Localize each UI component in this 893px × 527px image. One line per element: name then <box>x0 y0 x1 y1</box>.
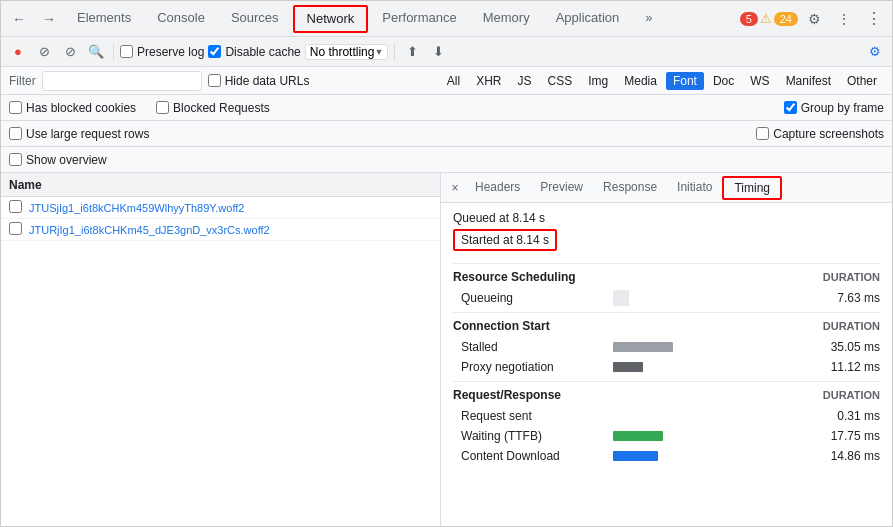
options-row-1: Has blocked cookies Blocked Requests Gro… <box>1 95 892 121</box>
content-download-bar-fill <box>613 451 658 461</box>
filter-chip-img[interactable]: Img <box>581 72 615 90</box>
settings-icon[interactable]: ⚙ <box>800 5 828 33</box>
show-overview-checkbox[interactable] <box>9 153 22 166</box>
filter-chip-other[interactable]: Other <box>840 72 884 90</box>
use-large-rows-checkbox[interactable] <box>9 127 22 140</box>
devtools-icon[interactable]: ⚙ <box>864 41 886 63</box>
has-blocked-cookies-label[interactable]: Has blocked cookies <box>9 101 136 115</box>
filter-chip-doc[interactable]: Doc <box>706 72 741 90</box>
request-sent-label: Request sent <box>453 409 613 423</box>
stop-icon[interactable]: ⊘ <box>33 41 55 63</box>
stalled-bar-fill <box>613 342 673 352</box>
sub-tab-initiator[interactable]: Initiato <box>667 173 722 203</box>
timing-row-proxy: Proxy negotiation 11.12 ms <box>453 357 880 377</box>
timing-row-content-download: Content Download 14.86 ms <box>453 446 880 466</box>
settings-btn[interactable]: ⚙ <box>864 41 886 63</box>
more-icon[interactable]: ⋮ <box>830 5 858 33</box>
tab-more[interactable]: » <box>633 1 664 37</box>
sub-tab-headers[interactable]: Headers <box>465 173 530 203</box>
item-checkbox-1 <box>9 222 29 238</box>
sub-tab-preview[interactable]: Preview <box>530 173 593 203</box>
filter-input[interactable] <box>42 71 202 91</box>
stalled-bar <box>613 342 810 352</box>
has-blocked-cookies-checkbox[interactable] <box>9 101 22 114</box>
sub-tab-response[interactable]: Response <box>593 173 667 203</box>
export-icon[interactable]: ⬆ <box>401 41 423 63</box>
filter-chip-ws[interactable]: WS <box>743 72 776 90</box>
item-check-1[interactable] <box>9 222 22 235</box>
filter-icon[interactable]: ⊘ <box>59 41 81 63</box>
main-content: Name JTUSjIg1_i6t8kCHKm459WlhyyTh89Y.wof… <box>1 173 892 527</box>
disable-cache-checkbox[interactable] <box>208 45 221 58</box>
preserve-log-checkbox[interactable] <box>120 45 133 58</box>
forward-icon[interactable]: → <box>35 5 63 33</box>
filter-chip-manifest[interactable]: Manifest <box>779 72 838 90</box>
tab-memory[interactable]: Memory <box>471 1 542 37</box>
tab-application[interactable]: Application <box>544 1 632 37</box>
started-box: Started at 8.14 s <box>453 229 557 251</box>
filter-chip-font[interactable]: Font <box>666 72 704 90</box>
network-item-1[interactable]: JTURjIg1_i6t8kCHKm45_dJE3gnD_vx3rCs.woff… <box>1 219 440 241</box>
resource-scheduling-title: Resource Scheduling <box>453 270 576 284</box>
has-blocked-cookies-text: Has blocked cookies <box>26 101 136 115</box>
network-item-0[interactable]: JTUSjIg1_i6t8kCHKm459WlhyyTh89Y.woff2 <box>1 197 440 219</box>
ttfb-bar-fill <box>613 431 663 441</box>
connection-start-duration-header: DURATION <box>823 320 880 332</box>
item-check-0[interactable] <box>9 200 22 213</box>
use-large-rows-label[interactable]: Use large request rows <box>9 127 149 141</box>
tab-sources[interactable]: Sources <box>219 1 291 37</box>
resource-scheduling-duration-header: DURATION <box>823 271 880 283</box>
group-by-frame-checkbox[interactable] <box>784 101 797 114</box>
queueing-bar <box>613 293 810 303</box>
filter-chip-js[interactable]: JS <box>511 72 539 90</box>
show-overview-label[interactable]: Show overview <box>9 153 107 167</box>
tab-elements[interactable]: Elements <box>65 1 143 37</box>
right-panel: × Headers Preview Response Initiato Timi… <box>441 173 892 527</box>
resource-scheduling-header: Resource Scheduling DURATION <box>453 263 880 288</box>
request-response-title: Request/Response <box>453 388 561 402</box>
filter-chip-xhr[interactable]: XHR <box>469 72 508 90</box>
throttle-wrapper: No throttling ▼ <box>305 44 389 60</box>
errors-badge: 5 <box>740 12 758 26</box>
list-header: Name <box>1 173 440 197</box>
search-icon[interactable]: 🔍 <box>85 41 107 63</box>
import-icon[interactable]: ⬇ <box>427 41 449 63</box>
filter-chip-css[interactable]: CSS <box>541 72 580 90</box>
proxy-bar <box>613 362 810 372</box>
queueing-duration: 7.63 ms <box>810 291 880 305</box>
item-name-1: JTURjIg1_i6t8kCHKm45_dJE3gnD_vx3rCs.woff… <box>29 224 432 236</box>
left-panel: Name JTUSjIg1_i6t8kCHKm459WlhyyTh89Y.wof… <box>1 173 441 527</box>
back-icon[interactable]: ← <box>5 5 33 33</box>
disable-cache-label[interactable]: Disable cache <box>208 45 300 59</box>
group-by-frame-text: Group by frame <box>801 101 884 115</box>
close-panel-button[interactable]: × <box>445 181 465 195</box>
blocked-requests-label[interactable]: Blocked Requests <box>156 101 270 115</box>
blocked-requests-checkbox[interactable] <box>156 101 169 114</box>
queued-at: Queued at 8.14 s <box>453 211 880 225</box>
options-row-3: Show overview <box>1 147 892 173</box>
tab-console[interactable]: Console <box>145 1 217 37</box>
tab-performance[interactable]: Performance <box>370 1 468 37</box>
filter-chip-media[interactable]: Media <box>617 72 664 90</box>
devtools-settings-icon[interactable]: ⋮ <box>860 5 888 33</box>
filter-chip-all[interactable]: All <box>440 72 467 90</box>
sub-tab-timing[interactable]: Timing <box>722 176 782 200</box>
options-row-2: Use large request rows Capture screensho… <box>1 121 892 147</box>
tab-network[interactable]: Network <box>293 5 369 33</box>
queueing-bar-empty <box>613 290 629 306</box>
tab-bar-right: 5 ⚠ 24 ⚙ ⋮ ⋮ <box>740 5 888 33</box>
hide-data-urls-checkbox[interactable] <box>208 74 221 87</box>
group-by-frame-label[interactable]: Group by frame <box>784 101 884 115</box>
record-icon[interactable]: ● <box>7 41 29 63</box>
warning-icon: ⚠ <box>760 11 772 26</box>
request-response-duration-header: DURATION <box>823 389 880 401</box>
blocked-requests-text: Blocked Requests <box>173 101 270 115</box>
chevron-down-icon: ▼ <box>374 47 383 57</box>
preserve-log-label[interactable]: Preserve log <box>120 45 204 59</box>
capture-screenshots-checkbox[interactable] <box>756 127 769 140</box>
stalled-duration: 35.05 ms <box>810 340 880 354</box>
capture-screenshots-label[interactable]: Capture screenshots <box>756 127 884 141</box>
capture-screenshots-text: Capture screenshots <box>773 127 884 141</box>
item-checkbox-0 <box>9 200 29 216</box>
hide-data-urls-label[interactable]: Hide data URLs <box>208 74 310 88</box>
